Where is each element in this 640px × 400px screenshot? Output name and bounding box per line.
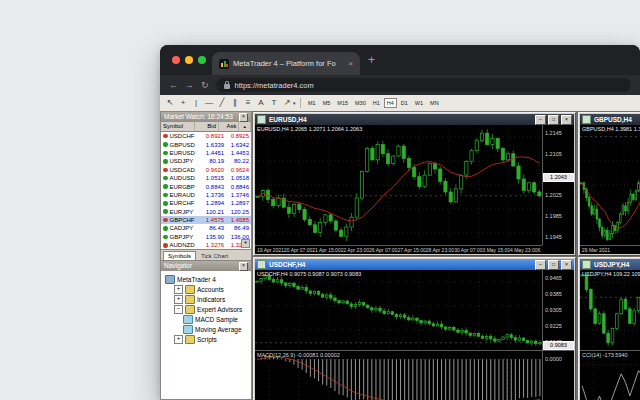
timeframe-m1[interactable]: M1 <box>305 98 319 108</box>
folder-icon <box>185 295 195 304</box>
window-zoom-button[interactable] <box>198 56 206 64</box>
scroll-down-icon[interactable]: ▼ <box>241 239 250 248</box>
up-dot-icon <box>163 201 168 206</box>
column-ask[interactable]: Ask <box>219 122 239 131</box>
navigator-item-scripts[interactable]: +Scripts <box>163 334 251 344</box>
chart-window-eurusd: EURUSD,H4 – □ × EURUSD,H4 1.2065 1.2071 … <box>253 112 576 256</box>
market-watch-close-icon[interactable]: × <box>239 113 248 122</box>
arrows-tool-icon[interactable]: ↗ <box>281 98 293 108</box>
usdjpy-titlebar[interactable]: USDJPY,H4 – □ × <box>580 259 640 270</box>
bid-value: 1.4575 <box>199 216 224 224</box>
navigator-item-metatrader-4[interactable]: MetaTrader 4 <box>163 274 251 284</box>
market-watch-row-audnzd[interactable]: AUDNZD1.32761.3286 <box>161 241 251 249</box>
timeframe-m5[interactable]: M5 <box>320 98 334 108</box>
navigator-item-macd-sample[interactable]: MACD Sample <box>163 314 251 324</box>
toolbar-separator <box>300 98 301 108</box>
text-tool-icon[interactable]: T <box>268 98 280 108</box>
usdjpy-chart-area[interactable]: USDJPY,H4 109.22 109.41 CCI(14) -173.594… <box>580 270 640 400</box>
expand-icon[interactable]: + <box>174 335 183 344</box>
timeframe-m15[interactable]: M15 <box>334 98 351 108</box>
fibonacci-tool-icon[interactable]: ≡ <box>242 98 254 108</box>
browser-toolbar: ← → ↻ https://metatrader4.com <box>160 75 640 95</box>
gbpusd-titlebar[interactable]: GBPUSD,H4 – □ × <box>580 114 640 125</box>
market-watch-row-gbpusd[interactable]: GBPUSD1.63391.6342 <box>161 140 251 148</box>
gbpusd-chart-area[interactable]: GBPUSD,H4 1.3981 1.3985 29 Mar 20211 Apr… <box>580 125 640 254</box>
navigator-item-indicators[interactable]: +Indicators <box>163 294 251 304</box>
timeframe-m30[interactable]: M30 <box>352 98 369 108</box>
usdchf-candlestick-chart[interactable] <box>255 270 542 350</box>
gbpusd-candlestick-chart[interactable] <box>580 125 640 245</box>
usdjpy-candlestick-chart[interactable] <box>580 270 640 350</box>
market-watch-row-gbpchf[interactable]: GBPCHF1.45751.4585 <box>161 216 251 224</box>
navigator-close-icon[interactable]: × <box>239 262 248 271</box>
column-bid[interactable]: Bid <box>195 122 219 131</box>
market-watch-row-eurjpy[interactable]: EURJPY120.21120.25 <box>161 208 251 216</box>
chart-maximize-button[interactable]: □ <box>548 260 559 270</box>
indicator-separator[interactable] <box>255 350 574 351</box>
cursor-tool-icon[interactable]: ↖ <box>164 98 176 108</box>
symbol-label: EURUSD <box>170 149 200 157</box>
text-label-tool-icon[interactable]: A <box>255 98 267 108</box>
window-minimize-button[interactable] <box>185 56 193 64</box>
crosshair-tool-icon[interactable]: + <box>177 98 189 108</box>
chart-minimize-button[interactable]: – <box>535 115 546 125</box>
browser-window: MetaTrader 4 – Platform for Fo × + ← → ↻… <box>160 45 640 400</box>
navigator-item-expert-advisors[interactable]: −Expert Advisors <box>163 304 251 314</box>
up-dot-icon <box>163 209 168 214</box>
timeframe-w1[interactable]: W1 <box>412 98 426 108</box>
window-close-button[interactable] <box>172 56 180 64</box>
arrows-dropdown-icon[interactable]: ▾ <box>293 100 296 106</box>
timeframe-d1[interactable]: D1 <box>398 98 411 108</box>
column-symbol[interactable]: Symbol <box>161 122 195 131</box>
timeframe-h1[interactable]: H1 <box>370 98 383 108</box>
back-icon[interactable]: ← <box>169 80 178 90</box>
navigator-item-moving-average[interactable]: Moving Average <box>163 324 251 334</box>
navigator-titlebar[interactable]: Navigator × <box>161 261 251 271</box>
indicator-separator[interactable] <box>580 350 640 351</box>
market-watch-row-usdchf[interactable]: USDCHF0.89210.8925 <box>161 132 251 140</box>
chart-minimize-button[interactable]: – <box>535 260 546 270</box>
market-watch-row-gbpjpy[interactable]: GBPJPY135.90136.00 <box>161 233 251 241</box>
symbol-label: AUDUSD <box>170 174 200 182</box>
timeframe-mn[interactable]: MN <box>427 98 442 108</box>
scroll-up-icon[interactable]: ▲ <box>239 122 251 131</box>
eurusd-titlebar[interactable]: EURUSD,H4 – □ × <box>255 114 574 125</box>
browser-tab[interactable]: MetaTrader 4 – Platform for Fo × <box>212 52 360 75</box>
expand-icon[interactable]: + <box>174 295 183 304</box>
ask-value: 120.25 <box>224 208 251 216</box>
trendline-tool-icon[interactable]: ╱ <box>216 98 228 108</box>
vertical-line-tool-icon[interactable]: | <box>190 98 202 108</box>
equidistant-channel-tool-icon[interactable]: ∥ <box>229 98 241 108</box>
usdchf-macd-chart[interactable] <box>255 351 542 400</box>
eurusd-chart-area[interactable]: EURUSD,H4 1.2065 1.2071 1.2064 1.2063 1.… <box>255 125 574 254</box>
new-tab-button[interactable]: + <box>368 54 375 66</box>
reload-icon[interactable]: ↻ <box>201 80 209 90</box>
horizontal-line-tool-icon[interactable]: — <box>203 98 215 108</box>
market-watch-row-euraud[interactable]: EURAUD1.37361.3746 <box>161 191 251 199</box>
timeframe-h4[interactable]: H4 <box>384 98 397 108</box>
expand-icon[interactable]: + <box>174 285 183 294</box>
navigator-item-accounts[interactable]: +Accounts <box>163 284 251 294</box>
market-watch-row-eurgbp[interactable]: EURGBP0.88430.8846 <box>161 182 251 190</box>
market-watch-row-eurusd[interactable]: EURUSD1.44511.4453 <box>161 149 251 157</box>
usdchf-chart-area[interactable]: USDCHF,H4 0.9075 0.9087 0.9073 0.9083 MA… <box>255 270 574 400</box>
usdjpy-cci-chart[interactable] <box>580 351 640 400</box>
time-label: 21 Apr 15:00 <box>312 247 340 253</box>
forward-icon[interactable]: → <box>185 80 194 90</box>
market-watch-row-audusd[interactable]: AUDUSD1.05151.0518 <box>161 174 251 182</box>
market-watch-row-cadjpy[interactable]: CADJPY86.4386.49 <box>161 224 251 232</box>
collapse-icon[interactable]: − <box>174 305 183 314</box>
market-watch-titlebar[interactable]: Market Watch: 16:24:53 × <box>161 112 251 122</box>
market-watch-row-eurchf[interactable]: EURCHF1.28941.2897 <box>161 199 251 207</box>
market-watch-row-usdcad[interactable]: USDCAD0.96200.9624 <box>161 166 251 174</box>
eurusd-candlestick-chart[interactable] <box>255 125 542 245</box>
chart-close-button[interactable]: × <box>561 260 572 270</box>
usdchf-titlebar[interactable]: USDCHF,H4 – □ × <box>255 259 574 270</box>
address-bar[interactable]: https://metatrader4.com <box>216 78 631 92</box>
market-watch-row-usdjpy[interactable]: USDJPY80.1980.22 <box>161 157 251 165</box>
chart-icon <box>257 115 266 124</box>
tab-close-icon[interactable]: × <box>348 59 353 68</box>
chart-close-button[interactable]: × <box>561 115 572 125</box>
eurusd-title: EURUSD,H4 <box>269 116 307 123</box>
chart-maximize-button[interactable]: □ <box>548 115 559 125</box>
